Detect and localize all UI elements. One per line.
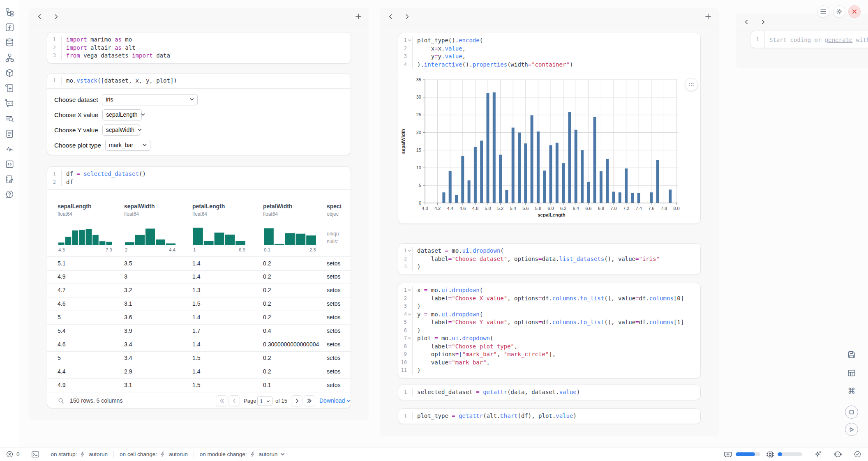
table-row[interactable]: 4.63.11.50.2setos bbox=[47, 297, 351, 311]
code-line[interactable]: plot = mo.ui.dropdown( bbox=[417, 334, 700, 343]
download-button[interactable]: Download bbox=[319, 395, 351, 406]
sidebar-logs-search-button[interactable] bbox=[5, 114, 14, 123]
sidebar-tracing-button[interactable] bbox=[5, 144, 14, 154]
plot-cell[interactable]: 1234plot_type().encode( x=x.value, y=y.v… bbox=[398, 33, 701, 224]
shutdown-button[interactable] bbox=[845, 406, 858, 419]
runtime-config-2[interactable]: on module change:autorun bbox=[194, 450, 291, 459]
code-line[interactable]: ) bbox=[417, 263, 700, 271]
sidebar-scratchpad-button[interactable] bbox=[5, 175, 14, 184]
save-button[interactable] bbox=[847, 350, 856, 360]
code-line[interactable]: ) bbox=[417, 302, 700, 311]
first-page-button[interactable] bbox=[216, 395, 227, 406]
code-line[interactable]: options=["mark_bar", "mark_circle"], bbox=[417, 350, 700, 359]
sidebar-help-button[interactable] bbox=[5, 190, 14, 199]
search-icon[interactable] bbox=[58, 397, 65, 406]
column-nav-left-button[interactable] bbox=[386, 12, 395, 21]
sidebar-chat-assistant-button[interactable] bbox=[5, 99, 14, 108]
code-line[interactable]: import marimo as mo bbox=[66, 36, 351, 44]
sidebar-function-button[interactable] bbox=[5, 23, 14, 32]
sidebar-file-tree-button[interactable] bbox=[5, 7, 14, 17]
errors-indicator[interactable]: 0 bbox=[0, 450, 25, 459]
code-line[interactable]: y=y.value, bbox=[417, 53, 700, 61]
code-line[interactable]: plot_type = getattr(alt.Chart(df), plot.… bbox=[417, 412, 700, 420]
code-line[interactable]: import altair as alt bbox=[66, 44, 351, 52]
code-line[interactable]: ) bbox=[417, 327, 700, 335]
fold-chevron-icon[interactable] bbox=[407, 288, 412, 292]
generate-with-ai-link[interactable]: generate bbox=[825, 37, 852, 43]
code-line[interactable]: ).interactive().properties(width="contai… bbox=[417, 61, 700, 69]
table-row[interactable]: 4.93.11.50.1setos bbox=[47, 378, 351, 392]
code-line[interactable]: label="Choose dataset", options=data.lis… bbox=[417, 255, 700, 263]
fold-chevron-icon[interactable] bbox=[407, 313, 412, 316]
table-row[interactable]: 4.42.91.40.2setos bbox=[47, 365, 351, 379]
column-header[interactable]: sepalLength bbox=[58, 203, 91, 210]
fold-chevron-icon[interactable] bbox=[407, 39, 412, 42]
sidebar-snippets-button[interactable] bbox=[5, 159, 14, 169]
connection-status-button[interactable] bbox=[848, 450, 868, 459]
code-placeholder[interactable]: Start coding or generate with bbox=[769, 31, 868, 48]
selected-dataset-cell[interactable]: 1selected_dataset = getattr(data, datase… bbox=[398, 385, 701, 400]
column-nav-right-button[interactable] bbox=[758, 17, 768, 27]
dataframe-cell[interactable]: 12df = selected_dataset()df sepalLengthf… bbox=[47, 166, 351, 408]
table-row[interactable]: 5.13.51.40.2setos bbox=[47, 256, 351, 271]
dataset-dropdown-cell[interactable]: 123dataset = mo.ui.dropdown( label="Choo… bbox=[398, 243, 701, 275]
next-page-button[interactable] bbox=[291, 395, 302, 406]
code-line[interactable]: x = mo.ui.dropdown( bbox=[417, 286, 700, 295]
ai-assist-button[interactable] bbox=[808, 450, 828, 459]
choose-dataset-select[interactable]: iris bbox=[102, 94, 198, 105]
code-line[interactable]: from vega_datasets import data bbox=[66, 52, 351, 60]
terminal-button[interactable] bbox=[25, 450, 45, 459]
table-row[interactable]: 4.73.21.30.2setos bbox=[47, 284, 351, 297]
code-line[interactable]: label="Choose Y value", options=df.colum… bbox=[417, 318, 700, 327]
code-line[interactable]: value="mark_bar", bbox=[417, 359, 700, 367]
close-button[interactable] bbox=[848, 5, 861, 18]
drag-handle[interactable] bbox=[685, 78, 698, 91]
code-line[interactable]: dataset = mo.ui.dropdown( bbox=[417, 247, 700, 255]
code-line[interactable]: selected_dataset = getattr(data, dataset… bbox=[417, 388, 700, 396]
code-line[interactable]: label="Choose X value", options=df.colum… bbox=[417, 295, 700, 303]
column-nav-right-button[interactable] bbox=[402, 12, 412, 21]
ram-usage-indicator[interactable] bbox=[718, 450, 732, 459]
add-cell-button[interactable] bbox=[353, 12, 363, 21]
code-line[interactable]: label="Choose plot type", bbox=[417, 343, 700, 351]
fold-chevron-icon[interactable] bbox=[407, 249, 412, 253]
code-line[interactable]: mo.vstack([dataset, x, y, plot]) bbox=[66, 77, 351, 85]
settings-button[interactable] bbox=[833, 5, 845, 18]
code-line[interactable]: y = mo.ui.dropdown( bbox=[417, 311, 700, 319]
column-nav-left-button[interactable] bbox=[35, 12, 44, 21]
column-nav-right-button[interactable] bbox=[51, 12, 61, 21]
vstack-cell[interactable]: 1mo.vstack([dataset, x, y, plot]) Choose… bbox=[47, 73, 351, 155]
table-row[interactable]: 5.43.91.70.4setos bbox=[47, 324, 351, 338]
chat-assistant-button[interactable] bbox=[828, 450, 848, 459]
sidebar-documentation-button[interactable] bbox=[5, 129, 14, 138]
add-cell-button[interactable] bbox=[703, 12, 713, 21]
table-row[interactable]: 4.931.40.2setos bbox=[47, 270, 351, 284]
choose-plot-type-select[interactable]: mark_bar bbox=[105, 140, 150, 151]
column-header[interactable]: petalWidth bbox=[263, 203, 292, 210]
sidebar-package-button[interactable] bbox=[5, 68, 14, 78]
run-all-button[interactable] bbox=[845, 423, 858, 436]
table-row[interactable]: 4.63.41.40.3000000000000004setos bbox=[47, 338, 351, 352]
choose-y-value-select[interactable]: sepalWidth bbox=[102, 124, 140, 136]
table-view-button[interactable] bbox=[847, 368, 856, 378]
code-line[interactable]: plot_type().encode( bbox=[417, 37, 700, 45]
menu-button[interactable] bbox=[817, 5, 829, 18]
page-select[interactable]: 1 bbox=[257, 396, 272, 406]
column-nav-left-button[interactable] bbox=[741, 17, 751, 27]
code-line[interactable]: ) bbox=[417, 366, 700, 375]
last-page-button[interactable] bbox=[304, 395, 315, 406]
column-header[interactable]: sepalWidth bbox=[124, 203, 155, 210]
command-palette-button[interactable]: ⌘ bbox=[847, 386, 856, 396]
plot-type-cell[interactable]: 1plot_type = getattr(alt.Chart(df), plot… bbox=[398, 408, 701, 424]
column-header[interactable]: petalLength bbox=[192, 203, 225, 210]
code-line[interactable]: df = selected_dataset() bbox=[66, 170, 351, 178]
altair-chart[interactable]: 051015202530354.04.24.44.64.85.05.25.45.… bbox=[398, 75, 701, 222]
sidebar-script-button[interactable] bbox=[5, 83, 14, 93]
runtime-config-1[interactable]: on cell change:autorun bbox=[114, 450, 194, 459]
prev-page-button[interactable] bbox=[229, 395, 240, 406]
empty-code-cell[interactable]: 1 Start coding or generate with bbox=[750, 31, 868, 48]
sidebar-database-button[interactable] bbox=[5, 38, 14, 47]
choose-x-value-select[interactable]: sepalLength bbox=[102, 109, 142, 120]
table-row[interactable]: 53.61.40.2setos bbox=[47, 311, 351, 325]
code-line[interactable]: x=x.value, bbox=[417, 45, 700, 53]
